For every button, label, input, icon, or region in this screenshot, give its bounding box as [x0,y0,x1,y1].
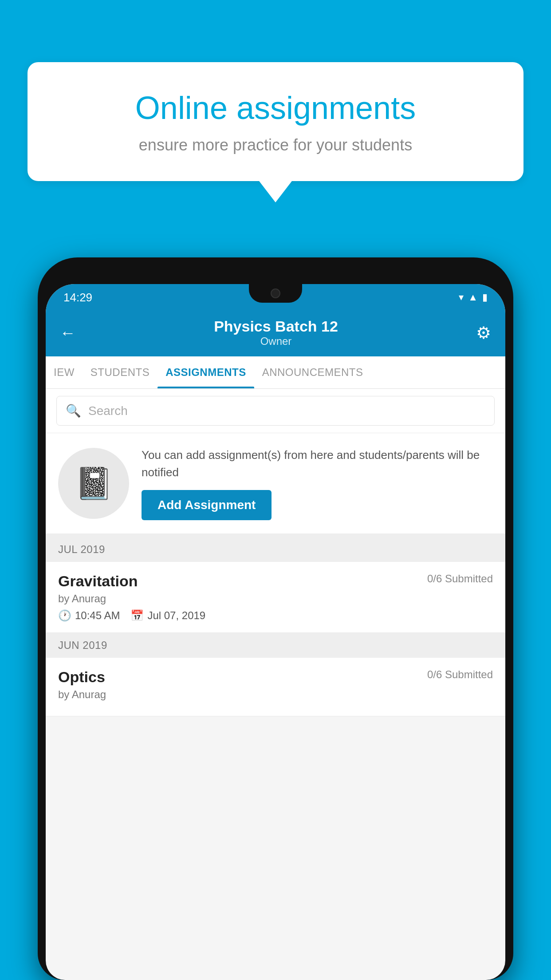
phone-screen: 14:29 ▾ ▲ ▮ ← Physics Batch 12 Owner ⚙ I… [46,284,505,980]
assignment-row-top: Gravitation 0/6 Submitted [58,573,493,590]
assignment-item-gravitation[interactable]: Gravitation 0/6 Submitted by Anurag 🕐 10… [46,562,505,633]
search-container: 🔍 Search [46,389,505,433]
assignment-submitted-gravitation: 0/6 Submitted [427,573,493,585]
speech-bubble: Online assignments ensure more practice … [28,62,523,181]
assignment-by-gravitation: by Anurag [58,593,493,605]
search-icon: 🔍 [66,403,81,418]
add-assignment-button[interactable]: Add Assignment [142,490,272,520]
phone-notch [249,284,302,303]
assignment-icon-circle: 📓 [58,448,129,519]
speech-bubble-area: Online assignments ensure more practice … [28,62,523,181]
header-title: Physics Batch 12 [76,318,476,335]
back-button[interactable]: ← [60,324,76,342]
header-center: Physics Batch 12 Owner [76,318,476,348]
search-bar[interactable]: 🔍 Search [56,396,495,426]
status-time: 14:29 [63,291,92,304]
tabs-bar: IEW STUDENTS ASSIGNMENTS ANNOUNCEMENTS [46,356,505,389]
section-header-jun: JUN 2019 [46,633,505,658]
assignment-row-top-optics: Optics 0/6 Submitted [58,668,493,686]
assignment-date-gravitation: 📅 Jul 07, 2019 [130,609,205,622]
assignment-meta-gravitation: 🕐 10:45 AM 📅 Jul 07, 2019 [58,609,493,622]
assignment-name-gravitation: Gravitation [58,573,138,590]
assignment-submitted-optics: 0/6 Submitted [427,668,493,681]
header-subtitle: Owner [76,335,476,348]
assignment-by-optics: by Anurag [58,688,493,701]
status-icons: ▾ ▲ ▮ [459,292,488,303]
assignment-name-optics: Optics [58,668,105,686]
bubble-subtitle: ensure more practice for your students [59,136,492,154]
assignment-info-text: You can add assignment(s) from here and … [142,447,493,481]
front-camera [271,288,280,298]
signal-icon: ▲ [468,292,478,303]
assignment-item-optics[interactable]: Optics 0/6 Submitted by Anurag [46,658,505,716]
tab-assignments[interactable]: ASSIGNMENTS [157,356,254,388]
add-assignment-banner: 📓 You can add assignment(s) from here an… [46,433,505,537]
tab-announcements[interactable]: ANNOUNCEMENTS [254,356,371,388]
tab-review[interactable]: IEW [46,356,83,388]
assignment-time-gravitation: 🕐 10:45 AM [58,609,120,622]
tab-students[interactable]: STUDENTS [83,356,157,388]
search-placeholder: Search [88,404,128,418]
battery-icon: ▮ [482,292,488,303]
clock-icon: 🕐 [58,609,71,622]
calendar-icon: 📅 [130,609,144,622]
app-header: ← Physics Batch 12 Owner ⚙ [46,311,505,356]
assignment-info: You can add assignment(s) from here and … [142,447,493,520]
notebook-icon: 📓 [75,465,113,502]
bubble-title: Online assignments [59,89,492,127]
wifi-icon: ▾ [459,292,464,303]
section-header-jul: JUL 2019 [46,537,505,562]
settings-icon[interactable]: ⚙ [476,323,491,343]
phone-frame: 14:29 ▾ ▲ ▮ ← Physics Batch 12 Owner ⚙ I… [38,257,513,980]
